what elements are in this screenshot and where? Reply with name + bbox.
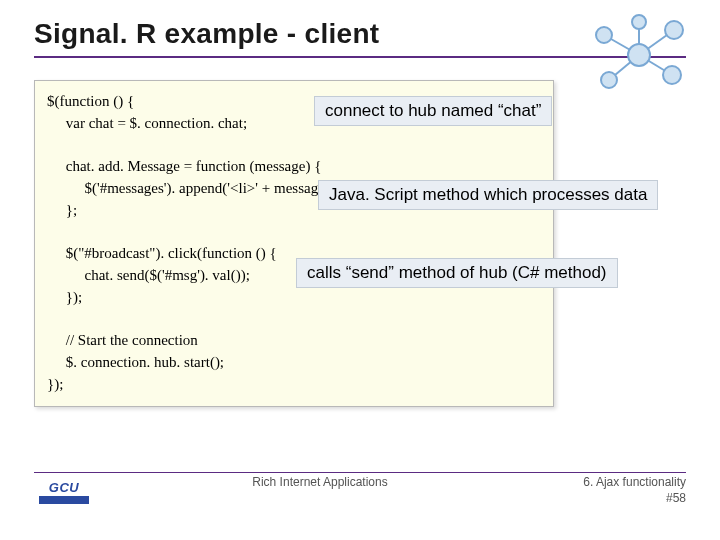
- logo-bar: [39, 496, 89, 504]
- code-line: chat. send($('#msg'). val());: [47, 267, 250, 283]
- code-line: var chat = $. connection. chat;: [47, 115, 247, 131]
- svg-point-10: [632, 15, 646, 29]
- annotation-connect: connect to hub named “chat”: [314, 96, 552, 126]
- footer-page: #58: [546, 491, 686, 507]
- code-line: });: [47, 376, 63, 392]
- svg-point-6: [596, 27, 612, 43]
- footer-center: Rich Internet Applications: [94, 475, 546, 489]
- footer-chapter: 6. Ajax functionality: [546, 475, 686, 491]
- content-area: $(function () { var chat = $. connection…: [34, 80, 686, 407]
- logo-text: GCU: [49, 480, 79, 495]
- code-line: // Start the connection: [47, 332, 198, 348]
- svg-point-7: [665, 21, 683, 39]
- footer-right: 6. Ajax functionality #58: [546, 475, 686, 506]
- gcu-logo: GCU: [34, 475, 94, 509]
- annotation-send: calls “send” method of hub (C# method): [296, 258, 618, 288]
- code-line: chat. add. Message = function (message) …: [47, 158, 321, 174]
- footer: GCU Rich Internet Applications 6. Ajax f…: [0, 472, 720, 528]
- footer-divider: [34, 472, 686, 473]
- annotation-process: Java. Script method which processes data: [318, 180, 658, 210]
- slide: Signal. R example - client $(function ()…: [0, 0, 720, 540]
- code-line: $(function () {: [47, 93, 134, 109]
- code-block: $(function () { var chat = $. connection…: [34, 80, 554, 407]
- code-line: $("#broadcast"). click(function () {: [47, 245, 277, 261]
- code-line: });: [47, 289, 82, 305]
- code-line: };: [47, 202, 77, 218]
- svg-point-5: [628, 44, 650, 66]
- code-line: $. connection. hub. start();: [47, 354, 224, 370]
